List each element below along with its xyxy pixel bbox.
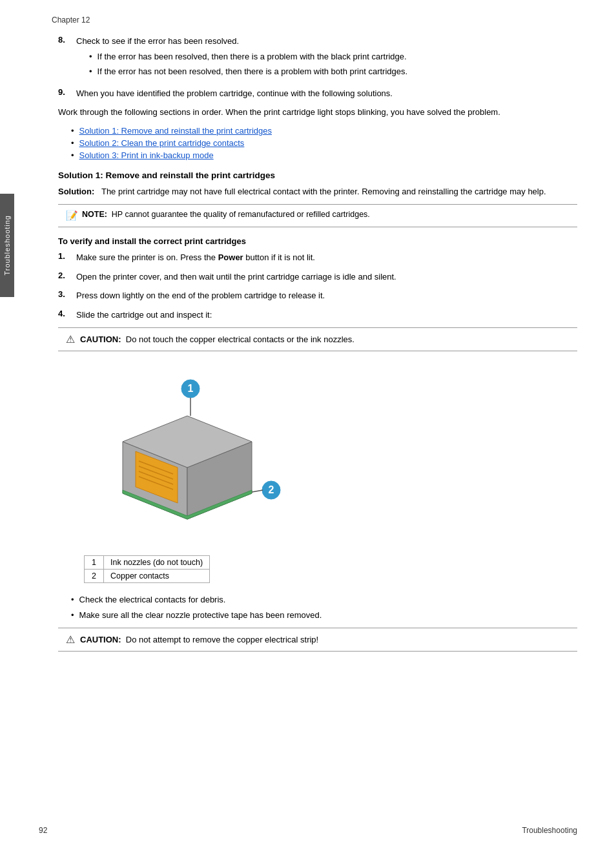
bullet-item: If the error has not been resolved, then…	[89, 65, 577, 78]
solution-label: Solution:	[58, 187, 94, 196]
caution-icon-1: ⚠	[66, 333, 75, 345]
bullet-list-2: Check the electrical contacts for debris…	[71, 593, 577, 621]
solution-1-link[interactable]: Solution 1: Remove and reinstall the pri…	[79, 126, 272, 136]
solution-2-link[interactable]: Solution 2: Clean the print cartridge co…	[79, 138, 245, 148]
cartridge-svg: 1 2	[84, 364, 291, 532]
note-label: NOTE: HP cannot guarantee the quality of…	[82, 210, 370, 219]
verify-step-3-text: Press down lightly on the end of the pro…	[76, 289, 577, 302]
verify-step-1: 1. Make sure the printer is on. Press th…	[58, 251, 577, 264]
legend-table: 1 Ink nozzles (do not touch) 2 Copper co…	[84, 555, 210, 583]
bullet-2-1: Check the electrical contacts for debris…	[71, 593, 577, 606]
chapter-heading: Chapter 12	[52, 15, 577, 25]
verify-step-4: 4. Slide the cartridge out and inspect i…	[58, 309, 577, 322]
svg-text:2: 2	[269, 484, 274, 495]
page: Troubleshooting Chapter 12 8. Check to s…	[0, 0, 616, 853]
step1-text-before: Make sure the printer is on. Press the	[76, 252, 218, 262]
main-content: 8. Check to see if the error has been re…	[58, 35, 577, 652]
link-list: Solution 1: Remove and reinstall the pri…	[71, 126, 577, 160]
step-8-num: 8.	[58, 35, 76, 81]
step1-bold: Power	[218, 252, 243, 262]
caution-box-1: ⚠ CAUTION: Do not touch the copper elect…	[58, 327, 577, 351]
section-heading-1: Solution 1: Remove and reinstall the pri…	[58, 170, 577, 180]
step-9-text: When you have identified the problem car…	[76, 87, 577, 100]
caution-icon-2: ⚠	[66, 633, 75, 646]
solution-block: Solution: The print cartridge may not ha…	[58, 185, 577, 198]
verify-step-3-num: 3.	[58, 289, 76, 302]
caution-1-text: Do not touch the copper electrical conta…	[126, 334, 354, 344]
footer-page-num: 92	[39, 826, 47, 835]
caution-2-text: Do not attempt to remove the copper elec…	[126, 635, 318, 644]
footer-section: Troubleshooting	[522, 826, 577, 835]
legend-row-1: 1 Ink nozzles (do not touch)	[85, 556, 210, 570]
step-9: 9. When you have identified the problem …	[58, 87, 577, 100]
solution-3-link[interactable]: Solution 3: Print in ink-backup mode	[79, 150, 214, 160]
legend-text-1: Ink nozzles (do not touch)	[104, 556, 210, 570]
step1-text-after: button if it is not lit.	[243, 252, 315, 262]
note-box: 📝 NOTE: HP cannot guarantee the quality …	[58, 204, 577, 227]
footer: 92 Troubleshooting	[39, 826, 577, 835]
cartridge-diagram: 1 2	[84, 364, 303, 545]
legend-num-1: 1	[85, 556, 104, 570]
sub-heading-verify: To verify and install the correct print …	[58, 236, 577, 246]
step-8-content: Check to see if the error has been resol…	[76, 35, 577, 81]
caution-2-label: CAUTION: Do not attempt to remove the co…	[80, 635, 318, 644]
link-item-1[interactable]: Solution 1: Remove and reinstall the pri…	[71, 126, 577, 136]
link-item-2[interactable]: Solution 2: Clean the print cartridge co…	[71, 138, 577, 148]
caution-box-2: ⚠ CAUTION: Do not attempt to remove the …	[58, 628, 577, 652]
caution-1-label: CAUTION: Do not touch the copper electri…	[80, 334, 354, 344]
step-8-text: Check to see if the error has been resol…	[76, 36, 239, 46]
solution-text	[97, 187, 101, 196]
step-8: 8. Check to see if the error has been re…	[58, 35, 577, 81]
svg-text:1: 1	[188, 383, 194, 394]
verify-step-1-text: Make sure the printer is on. Press the P…	[76, 251, 577, 264]
step-8-bullets: If the error has been resolved, then the…	[89, 50, 577, 78]
verify-step-4-num: 4.	[58, 309, 76, 322]
paragraph-1: Work through the following sections in o…	[58, 106, 577, 119]
solution-text-body: The print cartridge may not have full el…	[101, 187, 546, 196]
verify-step-2-num: 2.	[58, 271, 76, 283]
verify-step-2-text: Open the printer cover, and then wait un…	[76, 271, 577, 283]
bullet-2-2: Make sure all the clear nozzle protectiv…	[71, 609, 577, 622]
verify-step-2: 2. Open the printer cover, and then wait…	[58, 271, 577, 283]
sidebar-tab: Troubleshooting	[0, 194, 14, 297]
legend-row-2: 2 Copper contacts	[85, 570, 210, 583]
verify-step-3: 3. Press down lightly on the end of the …	[58, 289, 577, 302]
note-icon: 📝	[66, 210, 78, 221]
sidebar-label: Troubleshooting	[3, 215, 11, 275]
bullet-item: If the error has been resolved, then the…	[89, 50, 577, 63]
link-item-3[interactable]: Solution 3: Print in ink-backup mode	[71, 150, 577, 160]
legend-num-2: 2	[85, 570, 104, 583]
svg-line-15	[252, 490, 263, 492]
step-9-num: 9.	[58, 87, 76, 100]
legend-text-2: Copper contacts	[104, 570, 210, 583]
verify-step-1-num: 1.	[58, 251, 76, 264]
verify-step-4-text: Slide the cartridge out and inspect it:	[76, 309, 577, 322]
note-text: HP cannot guarantee the quality of reman…	[112, 210, 370, 219]
